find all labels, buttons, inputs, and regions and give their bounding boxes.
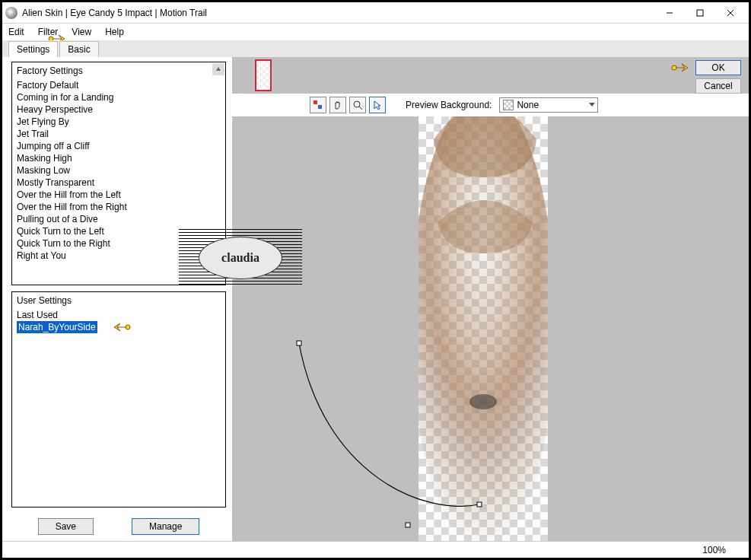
tab-basic[interactable]: Basic [59,41,98,57]
factory-item[interactable]: Jet Flying By [17,116,221,128]
svg-point-9 [354,101,360,107]
factory-item[interactable]: Mostly Transparent [17,177,221,189]
zoom-level: 100% [702,545,726,555]
manage-button[interactable]: Manage [132,518,199,535]
factory-item[interactable]: Factory Default [17,79,221,91]
factory-item[interactable]: Masking High [17,152,221,164]
ok-button[interactable]: OK [695,60,741,75]
scroll-up-icon[interactable] [212,63,224,75]
pointer-tool[interactable] [369,97,386,113]
menubar: Edit Filter View Help [2,24,749,40]
cancel-button[interactable]: Cancel [695,78,741,94]
factory-item[interactable]: Masking Low [17,164,221,177]
svg-rect-1 [697,10,703,16]
user-settings-list[interactable]: User Settings Last UsedNarah_ByYourSide [11,291,226,508]
transparency-swatch-icon [503,100,514,110]
factory-item[interactable]: Quick Turn to the Right [17,237,221,250]
factory-settings-header: Factory Settings [12,62,225,79]
app-icon [5,7,18,19]
svg-rect-7 [313,100,317,104]
statusbar: 100% [2,541,749,558]
preview-bg-combo[interactable]: None [499,97,598,113]
svg-point-14 [418,116,548,541]
factory-item[interactable]: Jet Trail [17,128,221,140]
factory-item[interactable]: Jumping off a Cliff [17,140,221,152]
factory-item[interactable]: Heavy Perspective [17,103,221,116]
preview-bg-label: Preview Background: [406,100,492,110]
svg-marker-11 [374,101,380,110]
svg-rect-8 [318,105,322,109]
factory-item[interactable]: Quick Turn to the Left [17,225,221,237]
toolbar: Preview Background: None OK Cancel [232,94,749,116]
minimize-button[interactable] [654,4,685,22]
preview-canvas[interactable] [232,116,749,541]
menu-help[interactable]: Help [105,27,124,37]
zoom-tool[interactable] [349,97,366,113]
close-button[interactable] [715,4,746,22]
motion-trail-preview [418,116,548,541]
settings-panel: Factory Settings Factory DefaultComing i… [2,57,232,541]
preview-bg-value: None [517,100,539,110]
menu-view[interactable]: View [72,27,91,37]
factory-item[interactable]: Over the Hill from the Right [17,201,221,213]
hand-tool[interactable] [329,97,346,113]
color-picker-tool[interactable] [310,97,326,113]
pointer-hand-icon [671,60,692,75]
thumbnail-selected[interactable] [255,59,272,91]
svg-line-10 [359,107,362,110]
svg-point-6 [126,325,130,329]
user-item[interactable]: Narah_ByYourSide [17,321,97,333]
save-button[interactable]: Save [38,518,94,535]
svg-rect-16 [297,341,301,345]
svg-rect-17 [406,523,410,527]
svg-point-13 [672,65,676,70]
pointer-hand-icon [110,320,131,335]
factory-item[interactable]: Pulling out of a Dive [17,213,221,225]
user-settings-header: User Settings [12,292,225,309]
factory-settings-list[interactable]: Factory Settings Factory DefaultComing i… [11,62,226,285]
tab-settings[interactable]: Settings [8,41,58,57]
chevron-down-icon [588,100,596,110]
tabbar: Settings Basic [2,40,749,57]
svg-marker-5 [216,67,221,71]
menu-edit[interactable]: Edit [8,27,24,37]
titlebar: Alien Skin | Eye Candy 5 Impact | Motion… [2,2,749,24]
factory-item[interactable]: Coming in for a Landing [17,91,221,103]
svg-point-15 [469,394,497,409]
window-title: Alien Skin | Eye Candy 5 Impact | Motion… [22,8,654,18]
factory-item[interactable]: Over the Hill from the Left [17,189,221,201]
factory-item[interactable]: Right at You [17,250,221,262]
svg-marker-12 [589,103,595,107]
maximize-button[interactable] [685,4,715,22]
